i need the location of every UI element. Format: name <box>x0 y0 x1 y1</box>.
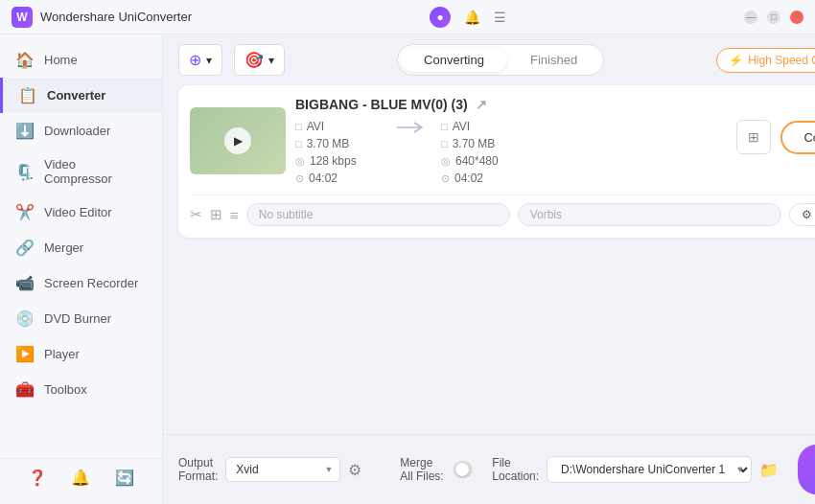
format-icon: □ <box>295 121 302 132</box>
convert-button[interactable]: Convert <box>780 121 815 154</box>
tab-converting[interactable]: Converting <box>401 48 507 72</box>
sidebar-label-converter: Converter <box>47 88 105 103</box>
input-format-value: AVI <box>307 120 324 133</box>
sidebar: 🏠 Home 📋 Converter ⬇️ Downloader 🗜️ Vide… <box>0 34 163 504</box>
input-format: □ AVI <box>295 120 382 133</box>
sidebar-item-toolbox[interactable]: 🧰 Toolbox <box>0 372 162 407</box>
sidebar-label-home: Home <box>44 53 78 67</box>
output-resolution-value: 640*480 <box>455 154 499 168</box>
profile-button[interactable]: ⊞ <box>736 120 771 154</box>
sidebar-item-player[interactable]: ▶️ Player <box>0 336 162 372</box>
out-res-icon: ◎ <box>441 155 451 168</box>
toolbar: ⊕ ▾ 🎯 ▾ Converting Finished ⚡ High Speed… <box>163 34 815 85</box>
format-settings-icon[interactable]: ⚙ <box>348 461 361 479</box>
sidebar-bottom: ❓ 🔔 🔄 <box>0 458 162 496</box>
maximize-button[interactable]: □ <box>767 11 780 24</box>
output-size: □ 3.70 MB <box>441 137 527 150</box>
input-bitrate: ◎ 128 kbps <box>295 154 382 168</box>
edit-icons: ✂ ⊞ ≡ <box>190 206 239 223</box>
sidebar-item-video-editor[interactable]: ✂️ Video Editor <box>0 195 162 230</box>
file-meta-row: □ AVI □ 3.70 MB ◎ 128 kbps <box>295 120 815 185</box>
close-button[interactable]: ✕ <box>790 11 803 24</box>
output-meta: □ AVI □ 3.70 MB ◎ 640*480 <box>441 120 527 185</box>
file-thumbnail: ▶ <box>190 107 286 174</box>
location-select[interactable]: D:\Wondershare UniConverter 1 <box>547 456 752 483</box>
titlebar-controls: — □ ✕ <box>744 11 803 24</box>
duration-icon: ⊙ <box>295 172 304 185</box>
editor-icon: ✂️ <box>15 203 35 221</box>
subtitle-select[interactable]: No subtitle <box>246 203 510 226</box>
player-icon: ▶️ <box>15 345 35 363</box>
help-icon[interactable]: ❓ <box>28 469 47 487</box>
arrow-separator <box>382 120 441 135</box>
sidebar-item-screen-recorder[interactable]: 📹 Screen Recorder <box>0 265 162 301</box>
sidebar-item-home[interactable]: 🏠 Home <box>0 42 162 78</box>
sync-icon[interactable]: 🔄 <box>115 469 134 487</box>
input-duration: ⊙ 04:02 <box>295 172 382 185</box>
sidebar-item-converter[interactable]: 📋 Converter <box>0 78 162 113</box>
file-name-text: BIGBANG - BLUE MV(0) (3) <box>295 97 468 112</box>
menu-icon[interactable]: ☰ <box>494 10 506 25</box>
output-size-value: 3.70 MB <box>453 137 496 150</box>
gear-icon: ⚙ <box>802 208 812 221</box>
settings-button[interactable]: ⚙ Settings <box>789 203 815 226</box>
arrow-icon <box>397 120 426 135</box>
tab-finished[interactable]: Finished <box>507 48 600 72</box>
add-files-button[interactable]: ⊕ ▾ <box>178 44 222 76</box>
input-size: □ 3.70 MB <box>295 137 382 150</box>
file-info: BIGBANG - BLUE MV(0) (3) ↗ □ AVI <box>295 97 815 185</box>
file-card-header: ▶ BIGBANG - BLUE MV(0) (3) ↗ □ <box>190 97 815 185</box>
merge-toggle-switch[interactable] <box>454 461 473 478</box>
sidebar-label-player: Player <box>44 347 80 361</box>
external-link-icon[interactable]: ↗ <box>476 97 487 112</box>
play-button[interactable]: ▶ <box>224 127 251 154</box>
output-format-field: Output Format: Xvid ⚙ <box>178 456 361 483</box>
output-duration: ⊙ 04:02 <box>441 172 527 185</box>
titlebar-left: W Wondershare UniConverter <box>12 7 192 28</box>
bottom-bar: Output Format: Xvid ⚙ Merge All Files: F… <box>163 434 815 504</box>
bitrate-icon: ◎ <box>295 155 305 168</box>
input-meta: □ AVI □ 3.70 MB ◎ 128 kbps <box>295 120 382 185</box>
notification-icon[interactable]: 🔔 <box>71 469 90 487</box>
cut-icon[interactable]: ✂ <box>190 206 202 223</box>
sidebar-item-downloader[interactable]: ⬇️ Downloader <box>0 113 162 149</box>
titlebar-icons: ● 🔔 ☰ <box>430 7 506 28</box>
dvd-icon: 💿 <box>15 309 35 328</box>
sidebar-label-toolbox: Toolbox <box>44 382 87 397</box>
format-select-wrap: Xvid <box>225 457 340 482</box>
file-title: BIGBANG - BLUE MV(0) (3) ↗ <box>295 97 815 112</box>
app-title: Wondershare UniConverter <box>40 10 192 24</box>
file-location-field: File Location: D:\Wondershare UniConvert… <box>492 456 779 483</box>
merger-icon: 🔗 <box>15 239 35 257</box>
sidebar-label-dvd: DVD Burner <box>44 311 111 326</box>
add-icon: ⊕ <box>189 51 201 69</box>
bell-icon[interactable]: 🔔 <box>464 10 480 25</box>
start-all-button[interactable]: Start All <box>798 445 815 494</box>
recorder-icon: 📹 <box>15 274 35 292</box>
sidebar-label-downloader: Downloader <box>44 124 110 138</box>
sidebar-item-merger[interactable]: 🔗 Merger <box>0 230 162 265</box>
crop-icon[interactable]: ⊞ <box>210 206 222 223</box>
effects-icon[interactable]: ≡ <box>230 207 239 223</box>
file-card: ✕ ▶ BIGBANG - BLUE MV(0) (3) ↗ <box>178 85 815 238</box>
titlebar: W Wondershare UniConverter ● 🔔 ☰ — □ ✕ <box>0 0 815 34</box>
quality-button[interactable]: 🎯 ▾ <box>234 44 285 76</box>
format-select[interactable]: Xvid <box>225 457 340 482</box>
sidebar-item-dvd-burner[interactable]: 💿 DVD Burner <box>0 301 162 336</box>
input-size-value: 3.70 MB <box>307 137 350 150</box>
out-size-icon: □ <box>441 138 448 149</box>
convert-col: ⊞ Convert <box>736 120 815 154</box>
sidebar-item-video-compressor[interactable]: 🗜️ Video Compressor <box>0 149 162 195</box>
input-duration-value: 04:02 <box>309 172 338 185</box>
converter-icon: 📋 <box>18 86 37 104</box>
user-icon[interactable]: ● <box>430 7 451 28</box>
app-logo: W <box>12 7 33 28</box>
output-format-value: AVI <box>453 120 470 133</box>
input-bitrate-value: 128 kbps <box>310 154 357 168</box>
minimize-button[interactable]: — <box>744 11 757 24</box>
audio-select[interactable]: Vorbis <box>518 203 781 226</box>
lightning-icon: ⚡ <box>729 54 743 67</box>
high-speed-button[interactable]: ⚡ High Speed Conversion <box>716 48 815 73</box>
folder-icon[interactable]: 📁 <box>759 461 779 479</box>
size-icon: □ <box>295 138 302 149</box>
